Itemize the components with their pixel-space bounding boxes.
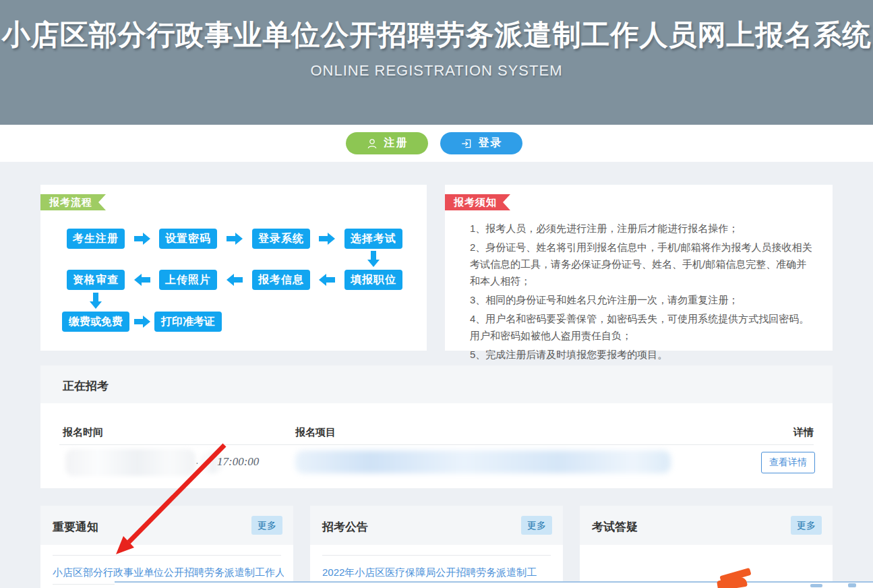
page-subtitle: ONLINE REGISTRATION SYSTEM: [0, 62, 873, 80]
more-button[interactable]: 更多: [521, 516, 552, 535]
board-header-band: 考试答疑 更多: [580, 506, 833, 545]
application-process-panel: 报考流程 考生注册 设置密码 登录系统 选择考试 资格审查 上传照片 报考信息 …: [40, 185, 427, 351]
board-important-notices: 重要通知 更多 小店区部分行政事业单位公开招聘劳务派遣制工作人: [40, 506, 293, 588]
arrow-left-icon: [318, 274, 336, 286]
flow-step-password: 设置密码: [159, 229, 217, 249]
redacted-project-name: [295, 450, 671, 473]
flow-step-exam-info: 报考信息: [252, 270, 310, 290]
recruiting-title: 正在招考: [63, 378, 109, 394]
flow-step-qualification: 资格审查: [67, 270, 125, 290]
list-divider: [322, 555, 551, 556]
board-header-band: 招考公告 更多: [310, 506, 563, 545]
board-recruitment-announcements: 招考公告 更多 2022年小店区医疗保障局公开招聘劳务派遣制工: [310, 506, 563, 588]
application-notes-panel: 报考须知 1、报考人员，必须先进行注册，注册后才能进行报名操作； 2、身份证号、…: [445, 185, 833, 351]
list-divider: [53, 555, 281, 556]
note-item-4: 4、用户名和密码要妥善保管，如密码丢失，可使用系统提供方式找回密码。用户和密码如…: [470, 310, 816, 344]
flow-step-login: 登录系统: [252, 229, 310, 249]
board-title: 考试答疑: [592, 519, 638, 535]
auth-bar: 注册 登录: [0, 125, 873, 162]
flow-step-print-ticket: 打印准考证: [154, 312, 222, 332]
watermark-logo-fragment: [717, 570, 755, 588]
note-item-2: 2、身份证号、姓名将引用到报名信息中，手机/邮箱将作为报考人员接收相关考试信息的…: [470, 239, 816, 289]
board-exam-qa: 考试答疑 更多: [580, 506, 833, 588]
login-icon: [460, 138, 473, 150]
flow-step-upload-photo: 上传照片: [159, 270, 217, 290]
user-icon: [366, 138, 378, 150]
recruiting-section: 正在招考 报名时间 报名项目 详情 · 17:00:00 查看详情: [40, 365, 833, 488]
more-button[interactable]: 更多: [251, 516, 282, 535]
note-item-1: 1、报考人员，必须先进行注册，注册后才能进行报名操作；: [470, 220, 816, 237]
notice-link[interactable]: 小店区部分行政事业单位公开招聘劳务派遣制工作人: [53, 562, 284, 583]
announcement-link[interactable]: 2022年小店区医疗保障局公开招聘劳务派遣制工: [322, 562, 553, 583]
redaction-separator: ·: [195, 457, 199, 468]
notes-list: 1、报考人员，必须先进行注册，注册后才能进行报名操作； 2、身份证号、姓名将引用…: [470, 220, 816, 365]
arrow-right-icon: [133, 316, 151, 328]
redacted-time-range: [65, 449, 195, 476]
note-item-5: 5、完成注册后请及时填报您要报考的项目。: [470, 346, 816, 363]
login-label: 登录: [479, 136, 503, 150]
watermark-text-fragment: [848, 583, 856, 587]
register-button[interactable]: 注册: [346, 132, 428, 154]
page: 小店区部分行政事业单位公开招聘劳务派遣制工作人员网上报名系统 ONLINE RE…: [0, 0, 873, 588]
process-ribbon: 报考流程: [40, 194, 106, 210]
flow-step-choose-exam: 选择考试: [344, 229, 402, 249]
arrow-down-icon: [90, 292, 102, 310]
arrow-down-icon: [367, 250, 380, 268]
time-end-text: 17:00:00: [217, 455, 259, 469]
arrow-right-icon: [318, 233, 336, 245]
board-title: 重要通知: [53, 519, 98, 535]
view-detail-button[interactable]: 查看详情: [761, 452, 815, 473]
board-title: 招考公告: [322, 519, 368, 535]
note-item-3: 3、相同的身份证号和姓名只允许注册一次，请勿重复注册；: [470, 291, 816, 308]
flow-step-register: 考生注册: [67, 229, 125, 249]
register-label: 注册: [384, 136, 409, 150]
flow-step-fill-position: 填报职位: [344, 270, 402, 290]
column-header-detail: 详情: [793, 426, 814, 439]
arrow-right-icon: [133, 233, 151, 245]
column-header-project: 报名项目: [295, 426, 336, 439]
arrow-right-icon: [226, 233, 243, 245]
notes-ribbon: 报考须知: [445, 194, 510, 210]
page-title: 小店区部分行政事业单位公开招聘劳务派遣制工作人员网上报名系统: [0, 0, 873, 54]
flow-step-payment: 缴费或免费: [62, 312, 129, 332]
column-header-time: 报名时间: [63, 426, 103, 439]
arrow-left-icon: [226, 274, 243, 286]
recruiting-header-band: 正在招考: [40, 365, 833, 403]
watermark-text-fragment: [810, 584, 822, 587]
login-button[interactable]: 登录: [440, 132, 522, 154]
table-divider: [59, 444, 814, 445]
page-header: 小店区部分行政事业单位公开招聘劳务派遣制工作人员网上报名系统 ONLINE RE…: [0, 0, 873, 125]
watermark-banner: [115, 581, 873, 588]
arrow-left-icon: [133, 274, 151, 286]
board-header-band: 重要通知 更多: [40, 506, 293, 545]
more-button[interactable]: 更多: [791, 516, 822, 535]
